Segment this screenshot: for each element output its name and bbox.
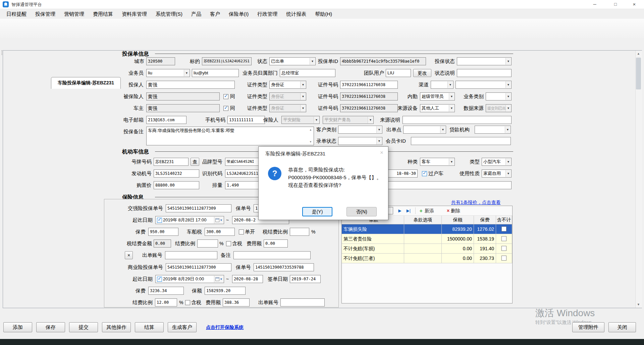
- remark-textarea[interactable]: 车商:华成保险代理股份有限公司;车重客:邓莹: [146, 127, 314, 145]
- submit-button[interactable]: 提交: [69, 322, 98, 332]
- date-enabled-checkbox[interactable]: [157, 277, 162, 282]
- col-header-premium[interactable]: 保费: [474, 216, 496, 224]
- compulsory-taxinc-checkbox[interactable]: [226, 241, 231, 246]
- coverage-checkbox[interactable]: [501, 256, 506, 261]
- coverage-checkbox[interactable]: [501, 236, 506, 241]
- separate-checkbox[interactable]: [239, 229, 244, 234]
- commercial-premium-input[interactable]: 3236.34: [148, 287, 184, 295]
- vehicle-tax-input[interactable]: 300.00: [205, 228, 235, 236]
- data-source-select[interactable]: 提交到已出▾: [486, 104, 512, 112]
- entry-status-select[interactable]: ▾: [338, 137, 382, 145]
- col-header-amount[interactable]: 保额: [442, 216, 474, 224]
- sign-date-input[interactable]: 2019-07-24: [290, 275, 321, 283]
- insure-status-select[interactable]: ▾: [457, 57, 512, 65]
- compulsory-premium-input[interactable]: 950.00: [148, 228, 178, 236]
- menu-fee-settle[interactable]: 费用结算: [89, 9, 117, 19]
- compulsory-fee-ratio-input[interactable]: [197, 239, 218, 248]
- mobile-input[interactable]: 1311111111: [227, 116, 265, 124]
- scroll-down-icon[interactable]: ▼: [636, 302, 641, 307]
- owner-input[interactable]: 黄强: [146, 104, 220, 112]
- commercial-fee-amt-input[interactable]: 388.36: [223, 298, 250, 306]
- channel-select-1[interactable]: ▾: [431, 81, 453, 89]
- id-type-select[interactable]: 身份证▾: [269, 81, 306, 89]
- dept-input[interactable]: 总经理室: [280, 69, 335, 77]
- scrollbar-thumb[interactable]: [636, 58, 641, 89]
- owner-id-type-select[interactable]: 身份证▾: [269, 104, 306, 112]
- cust-type-select[interactable]: ▾: [338, 126, 382, 134]
- last-record-icon[interactable]: ▶|: [405, 207, 413, 214]
- coverage-checkbox[interactable]: [501, 246, 506, 251]
- commercial-amount-input[interactable]: 1582939.20: [205, 287, 246, 295]
- add-row-button[interactable]: ＋ 新添: [419, 207, 434, 214]
- menu-admin[interactable]: 行政管理: [253, 9, 282, 19]
- coverage-checkbox[interactable]: [501, 226, 506, 231]
- settle-button[interactable]: 结算: [135, 322, 164, 332]
- menu-report[interactable]: 统计报表: [282, 9, 311, 19]
- city-input[interactable]: 320500: [146, 57, 175, 65]
- type-select[interactable]: 小型汽车▾: [482, 158, 512, 166]
- commercial-end-date-input[interactable]: 2020-08-28: [232, 275, 263, 283]
- clear-account-button[interactable]: ×: [125, 251, 133, 259]
- member-card-input[interactable]: [411, 137, 511, 145]
- plate-check-button[interactable]: 查: [191, 158, 199, 166]
- biz-type-select[interactable]: ▾: [486, 92, 512, 100]
- salesman-select[interactable]: liu▾: [146, 69, 190, 77]
- usage-select[interactable]: 家庭自用▾: [482, 169, 512, 178]
- policy-id-input[interactable]: 4bbb5b96721f4e1c9fbc335798ae1ef0: [340, 57, 426, 65]
- dialog-close-icon[interactable]: ×: [380, 149, 383, 156]
- compulsory-apply-no-input[interactable]: 54515013901112877309: [166, 204, 231, 212]
- email-input[interactable]: 213@163.com: [146, 116, 186, 124]
- scroll-up-icon[interactable]: ▲: [309, 128, 313, 132]
- yes-button[interactable]: 是(Y): [302, 207, 332, 216]
- col-header-option[interactable]: 条款选项: [404, 216, 442, 224]
- insurer-select-2[interactable]: 平安财产青岛▾: [323, 116, 374, 124]
- manage-attachments-button[interactable]: 管理附件: [572, 322, 604, 332]
- tab-car-edit[interactable]: 车险投保单编辑-苏EBZ231: [51, 77, 121, 89]
- coverage-row[interactable]: 车辆损失险 82939.20 1276.02: [342, 224, 512, 234]
- team-user-input[interactable]: LIU: [386, 69, 411, 77]
- source-note-input[interactable]: [402, 116, 512, 124]
- source-device-select[interactable]: 其他人工▾: [420, 104, 455, 112]
- tax-fee-ratio-input[interactable]: [290, 228, 309, 236]
- category-select[interactable]: 客车▾: [420, 158, 455, 166]
- insurer-select-1[interactable]: 平安财险▾: [281, 116, 320, 124]
- menu-system[interactable]: 系统管理(S): [151, 9, 187, 19]
- commercial-apply-no-input[interactable]: 54515013901112877300: [166, 263, 231, 271]
- price-input[interactable]: 88800.00: [154, 181, 199, 189]
- displacement-input[interactable]: 1.490: [225, 181, 262, 189]
- applicant-input[interactable]: 黄强: [146, 81, 235, 89]
- id-no-input[interactable]: 370223196611276038: [340, 81, 398, 89]
- menu-product[interactable]: 产品: [187, 9, 206, 19]
- scroll-down-icon[interactable]: ▼: [309, 140, 313, 144]
- close-button[interactable]: 关闭: [608, 322, 636, 332]
- coverage-row[interactable]: 第三者责任险 1500000.00 1538.19: [342, 234, 512, 244]
- commercial-start-date[interactable]: 2019年 8月29日 0:00 ▼: [155, 275, 224, 283]
- change-button[interactable]: 更改: [413, 69, 431, 77]
- tax-fee-amt-input[interactable]: 0.00: [154, 239, 171, 248]
- compulsory-account-input[interactable]: [165, 251, 217, 259]
- other-actions-button[interactable]: 其他操作: [102, 322, 131, 332]
- commercial-fee-ratio-input[interactable]: 12.00: [155, 298, 177, 306]
- close-icon[interactable]: ×: [627, 0, 642, 9]
- commercial-policy-no-input[interactable]: 14515013900733539788: [254, 263, 314, 271]
- compulsory-start-date[interactable]: 2019年 8月28日 17:00 ▼: [155, 216, 224, 224]
- insured-id-type-select[interactable]: 身份证▾: [269, 92, 306, 100]
- menu-schedule[interactable]: 日程提醒: [2, 9, 31, 19]
- menu-customer[interactable]: 客户: [206, 9, 224, 19]
- subject-input[interactable]: 苏EBZ231|LSJA24U62JS1: [202, 57, 252, 65]
- coverage-row[interactable]: 不计免赔(三者) 0.00 230.73: [342, 254, 512, 263]
- menu-help[interactable]: 帮助(H): [311, 9, 336, 19]
- owner-same-checkbox[interactable]: [223, 106, 228, 111]
- channel-select-2[interactable]: ▾: [455, 81, 512, 89]
- add-button[interactable]: 添加: [3, 322, 32, 332]
- engine-input[interactable]: 3LSJ5140232: [154, 169, 199, 178]
- salesman-account-input[interactable]: liu@ybt: [192, 69, 239, 77]
- menu-marketing[interactable]: 营销管理: [60, 9, 89, 19]
- commercial-taxinc-checkbox[interactable]: [185, 300, 190, 305]
- no-button[interactable]: 否(N): [346, 207, 377, 216]
- scroll-up-icon[interactable]: ▲: [636, 51, 641, 57]
- commercial-account-input[interactable]: [280, 298, 325, 306]
- maximize-icon[interactable]: □: [608, 0, 623, 9]
- transfer-checkbox[interactable]: [422, 171, 427, 176]
- insured-input[interactable]: 黄强: [146, 92, 220, 100]
